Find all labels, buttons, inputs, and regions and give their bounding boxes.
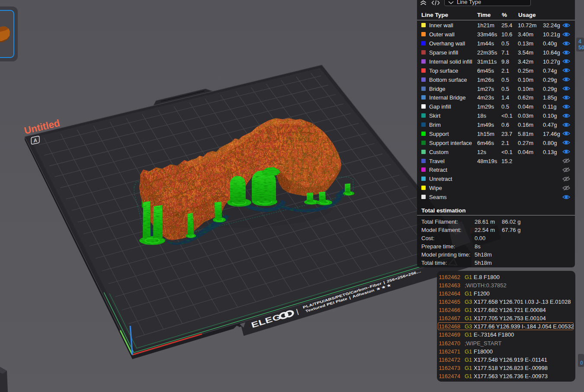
svg-text:A: A — [33, 137, 37, 144]
